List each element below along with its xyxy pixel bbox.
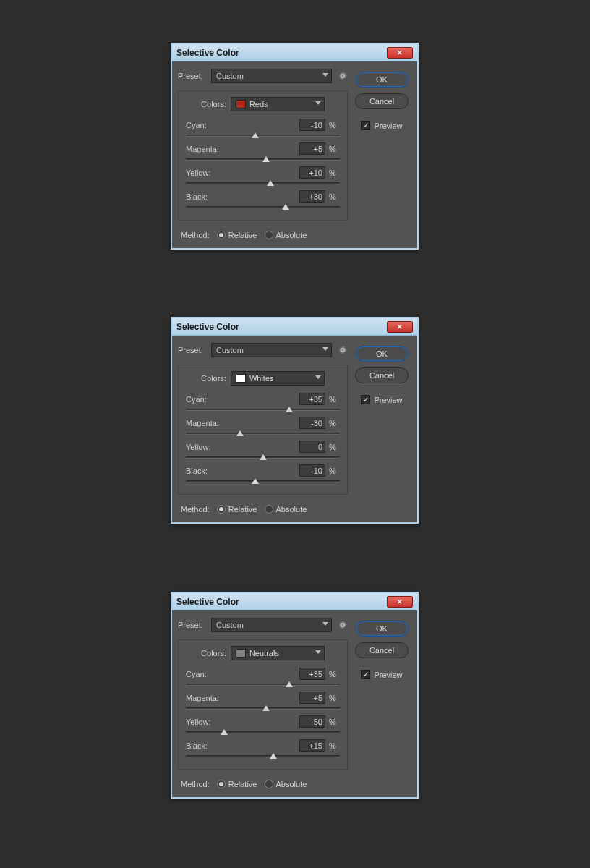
ok-button[interactable]: OK [355, 621, 409, 637]
channel-row: Black: +30 % [186, 190, 340, 208]
slider-thumb[interactable] [262, 156, 270, 162]
method-relative-radio[interactable]: Relative [217, 780, 257, 788]
chevron-down-icon [322, 622, 328, 626]
slider-thumb[interactable] [282, 204, 289, 210]
channel-label: Cyan: [186, 395, 299, 404]
channel-slider[interactable] [186, 731, 340, 733]
channel-value-input[interactable]: -30 [299, 417, 325, 429]
channel-label: Yellow: [186, 169, 299, 177]
channel-slider[interactable] [186, 182, 340, 184]
ok-button[interactable]: OK [355, 346, 409, 362]
channel-slider[interactable] [186, 158, 340, 161]
gear-icon[interactable] [338, 620, 348, 630]
slider-thumb[interactable] [267, 180, 274, 186]
channel-value-input[interactable]: -50 [299, 715, 325, 728]
channel-slider[interactable] [186, 433, 340, 435]
channel-slider[interactable] [186, 409, 340, 411]
ok-button[interactable]: OK [355, 72, 409, 88]
method-label: Method: [181, 231, 210, 239]
channel-value-input[interactable]: +35 [299, 668, 325, 680]
cancel-button[interactable]: Cancel [355, 93, 409, 109]
method-relative-radio[interactable]: Relative [217, 505, 257, 514]
channel-slider[interactable] [186, 684, 340, 686]
colors-value: Neutrals [249, 649, 279, 658]
chevron-down-icon [315, 650, 321, 654]
channel-value-input[interactable]: +35 [299, 393, 325, 405]
channel-value-input[interactable]: +15 [299, 739, 325, 752]
titlebar[interactable]: Selective Color ✕ [172, 593, 417, 610]
channel-slider[interactable] [186, 206, 340, 208]
percent-label: % [325, 192, 340, 201]
titlebar[interactable]: Selective Color ✕ [172, 44, 417, 61]
slider-thumb[interactable] [260, 454, 267, 460]
channel-value-input[interactable]: +10 [299, 166, 325, 179]
preset-label: Preset: [178, 621, 211, 629]
slider-thumb[interactable] [236, 430, 244, 436]
button-label: OK [376, 624, 388, 633]
close-icon: ✕ [397, 49, 403, 56]
slider-thumb[interactable] [286, 407, 293, 412]
slider-thumb[interactable] [221, 729, 228, 735]
channel-label: Magenta: [186, 419, 299, 427]
titlebar[interactable]: Selective Color ✕ [172, 318, 417, 336]
preview-checkbox[interactable]: ✓ Preview [361, 395, 402, 404]
channel-slider[interactable] [186, 707, 340, 710]
channel-value-input[interactable]: 0 [299, 441, 325, 453]
channel-slider[interactable] [186, 755, 340, 757]
gear-icon[interactable] [338, 345, 348, 355]
preset-dropdown[interactable]: Custom [211, 618, 332, 632]
channel-value-input[interactable]: +5 [299, 692, 325, 704]
percent-label: % [325, 670, 340, 678]
percent-label: % [325, 121, 340, 129]
preview-checkbox[interactable]: ✓ Preview [361, 121, 402, 130]
slider-thumb[interactable] [252, 478, 259, 484]
channel-row: Magenta: +5 % [186, 692, 340, 710]
color-swatch [236, 649, 246, 658]
channel-slider[interactable] [186, 456, 340, 459]
channel-row: Magenta: +5 % [186, 142, 340, 161]
preset-dropdown[interactable]: Custom [211, 343, 332, 357]
close-icon: ✕ [397, 323, 403, 331]
slider-thumb[interactable] [262, 705, 270, 711]
radio-label: Absolute [276, 231, 307, 239]
preview-checkbox[interactable]: ✓ Preview [361, 670, 402, 679]
radio-label: Relative [228, 780, 257, 788]
channel-value-input[interactable]: -10 [299, 119, 325, 131]
radio-icon [265, 231, 273, 239]
colors-dropdown[interactable]: Reds [231, 97, 325, 111]
close-button[interactable]: ✕ [387, 321, 413, 333]
colors-dropdown[interactable]: Neutrals [231, 646, 325, 660]
channel-value-input[interactable]: +5 [299, 142, 325, 155]
channel-row: Black: -10 % [186, 464, 340, 482]
close-button[interactable]: ✕ [387, 596, 413, 608]
channel-row: Cyan: -10 % [186, 119, 340, 137]
cancel-button[interactable]: Cancel [355, 367, 409, 383]
radio-label: Relative [228, 505, 257, 514]
preset-dropdown[interactable]: Custom [211, 69, 332, 83]
channel-slider[interactable] [186, 480, 340, 482]
colors-label: Colors: [201, 649, 226, 658]
channel-label: Yellow: [186, 718, 299, 726]
channel-value-input[interactable]: +30 [299, 190, 325, 203]
method-absolute-radio[interactable]: Absolute [265, 780, 307, 788]
close-button[interactable]: ✕ [387, 47, 413, 59]
chevron-down-icon [322, 73, 328, 77]
slider-thumb[interactable] [252, 132, 259, 138]
close-icon: ✕ [397, 598, 403, 605]
method-absolute-radio[interactable]: Absolute [265, 231, 307, 239]
colors-dropdown[interactable]: Whites [231, 371, 325, 386]
percent-label: % [325, 169, 340, 177]
method-relative-radio[interactable]: Relative [217, 231, 257, 239]
slider-thumb[interactable] [286, 681, 293, 687]
gear-icon[interactable] [338, 71, 348, 81]
channel-slider[interactable] [186, 135, 340, 137]
preset-label: Preset: [178, 72, 211, 80]
cancel-button[interactable]: Cancel [355, 642, 409, 658]
slider-thumb[interactable] [270, 753, 277, 759]
channel-value-input[interactable]: -10 [299, 464, 325, 477]
checkbox-icon: ✓ [361, 670, 370, 679]
method-absolute-radio[interactable]: Absolute [265, 505, 307, 514]
channel-label: Cyan: [186, 121, 299, 129]
percent-label: % [325, 145, 340, 153]
selective-color-dialog: Selective Color ✕ Preset: Custom Colors: [171, 317, 419, 524]
